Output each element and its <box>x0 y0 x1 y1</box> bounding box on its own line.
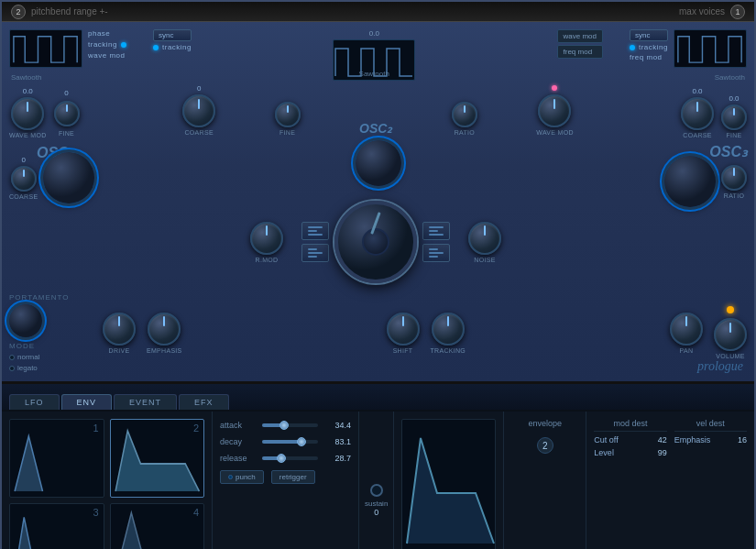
osc1-fine-knob[interactable] <box>54 101 80 126</box>
osc2-sync-btn[interactable]: sync <box>153 29 192 41</box>
decay-slider[interactable] <box>262 440 318 444</box>
sustain-circle[interactable] <box>370 484 383 497</box>
tracking-col: TRACKING <box>431 313 466 354</box>
attack-slider[interactable] <box>262 423 318 427</box>
synth-container: 2 pitchbend range +- max voices 1 phase <box>0 0 756 549</box>
filter-wheel-inner <box>362 228 389 256</box>
filter-line-4 <box>308 248 317 250</box>
emphasis-knob[interactable] <box>148 313 181 346</box>
env-panel-4[interactable]: 4 <box>110 503 205 549</box>
attack-handle[interactable] <box>279 421 289 430</box>
tracking-knob[interactable] <box>432 313 465 346</box>
retrigger-btn[interactable]: retrigger <box>271 470 315 484</box>
env-panel-3[interactable]: 3 <box>9 503 104 549</box>
rmod-col: R.MOD <box>250 222 283 263</box>
pan-knob[interactable] <box>670 313 703 346</box>
filter-btn-4[interactable] <box>422 244 450 262</box>
osc2-wave-mod-btn[interactable]: wave mod <box>557 29 603 43</box>
osc1-wave-mod-knob[interactable] <box>11 97 44 130</box>
osc3-sync-btn[interactable]: sync <box>630 29 668 41</box>
osc1-main-knob[interactable] <box>43 152 94 203</box>
punch-btn[interactable]: punch <box>220 470 264 484</box>
decay-handle[interactable] <box>297 437 306 446</box>
osc2-fine-knob[interactable] <box>275 102 301 127</box>
noise-knob[interactable] <box>468 222 501 255</box>
tab-lfo[interactable]: LFO <box>9 394 60 410</box>
release-value: 28.7 <box>323 454 351 463</box>
osc3-coarse-label: COARSE <box>683 132 711 138</box>
mod-dest-val-1: 99 <box>658 448 667 457</box>
filter-line-2 <box>308 230 317 232</box>
osc3-tracking-led[interactable] <box>630 45 635 50</box>
env-panel-1[interactable]: 1 <box>9 419 104 498</box>
release-handle[interactable] <box>277 454 286 463</box>
osc1-wave-name: Sawtooth <box>9 73 147 82</box>
osc3-ratio-knob[interactable] <box>721 165 747 191</box>
shift-col: SHIFT <box>387 313 420 354</box>
filter-btn-3[interactable] <box>422 222 450 240</box>
osc1-wave-mod-col: 0.0 wave mod <box>9 87 47 138</box>
mod-dest-val-0: 42 <box>658 435 667 445</box>
osc2-coarse-col: 0 COARSE <box>182 84 215 136</box>
decay-row: decay 83.1 <box>220 437 351 446</box>
emphasis-label: EMPHASIS <box>147 347 182 354</box>
emphasis-col: EMPHASIS <box>147 313 182 354</box>
filter-btn-2[interactable] <box>301 244 329 262</box>
rmod-label: R.MOD <box>256 257 279 263</box>
osc2-main-knob[interactable] <box>356 140 401 186</box>
osc1-tracking-led[interactable] <box>121 42 126 48</box>
osc1-tracking-label: tracking <box>88 40 126 49</box>
tab-efx[interactable]: EFX <box>179 394 229 410</box>
bottom-content: 1 2 3 <box>2 410 754 549</box>
osc2-ratio-col: RATIO <box>452 102 477 136</box>
osc3-knobs: 0.0 COARSE 0.0 FINE <box>605 87 747 138</box>
sustain-value: 0 <box>374 508 378 517</box>
tracking-label: TRACKING <box>431 347 466 354</box>
osc2-sync-left: sync tracking <box>153 29 192 51</box>
osc1-wave-mod-val: 0.0 <box>23 87 33 95</box>
osc2-tracking-led[interactable] <box>153 45 159 50</box>
env-panel-2[interactable]: 2 <box>110 419 205 498</box>
release-slider[interactable] <box>262 456 318 460</box>
osc2-freq-mod-btn[interactable]: freq mod <box>557 45 603 59</box>
filter-btns-left <box>301 222 329 262</box>
portamento-knob[interactable] <box>9 304 42 337</box>
tab-event[interactable]: EVENT <box>114 394 177 410</box>
osc2-label-col: OSC₂ <box>359 121 392 136</box>
shift-knob[interactable] <box>387 313 420 346</box>
osc1-coarse-label: COARSE <box>9 193 38 200</box>
osc2-coarse-label: COARSE <box>185 129 214 136</box>
shift-label: SHIFT <box>393 347 413 354</box>
osc1-wave-mod-label: wave mod <box>9 132 47 138</box>
volume-knob[interactable] <box>714 318 747 351</box>
normal-radio[interactable] <box>9 355 15 360</box>
osc3-fine-knob[interactable] <box>721 104 747 130</box>
pitchbend-badge[interactable]: 2 <box>11 5 26 19</box>
filter-wheel[interactable] <box>334 201 417 283</box>
osc2-ratio-label: RATIO <box>455 129 475 136</box>
osc3-main-knob[interactable] <box>664 156 716 207</box>
release-row: release 28.7 <box>220 454 351 463</box>
osc3-coarse-knob[interactable] <box>681 97 714 130</box>
osc2-coarse-knob[interactable] <box>182 94 215 127</box>
mod-dest-row-0: Cut off 42 <box>594 435 666 445</box>
mod-dest-row-1: Level 99 <box>594 448 666 457</box>
envelope-title: envelope <box>529 419 563 428</box>
release-label: release <box>220 454 257 463</box>
pitchbend-label: pitchbend range +- <box>31 6 108 16</box>
drive-knob[interactable] <box>103 313 136 346</box>
rmod-knob[interactable] <box>250 222 283 255</box>
filter-line-12 <box>429 256 438 258</box>
osc1-wave-display <box>9 29 82 68</box>
osc2-wave-mod-knob[interactable] <box>538 94 571 127</box>
osc1-panel: phase tracking wave mod Sawtooth 0.0 <box>9 29 147 203</box>
legato-radio[interactable] <box>9 366 15 371</box>
max-voices-badge[interactable]: 1 <box>730 5 745 19</box>
filter-btn-1[interactable] <box>301 222 329 240</box>
tab-env[interactable]: ENV <box>61 394 113 410</box>
decay-label: decay <box>220 437 257 446</box>
dest-section: mod dest Cut off 42 Level 99 vel dest Em… <box>586 412 754 549</box>
osc1-coarse-knob[interactable] <box>11 166 37 192</box>
osc2-knobs-row: 0 COARSE FINE OSC₂ RATIO <box>153 84 603 136</box>
osc2-ratio-knob[interactable] <box>452 102 477 127</box>
